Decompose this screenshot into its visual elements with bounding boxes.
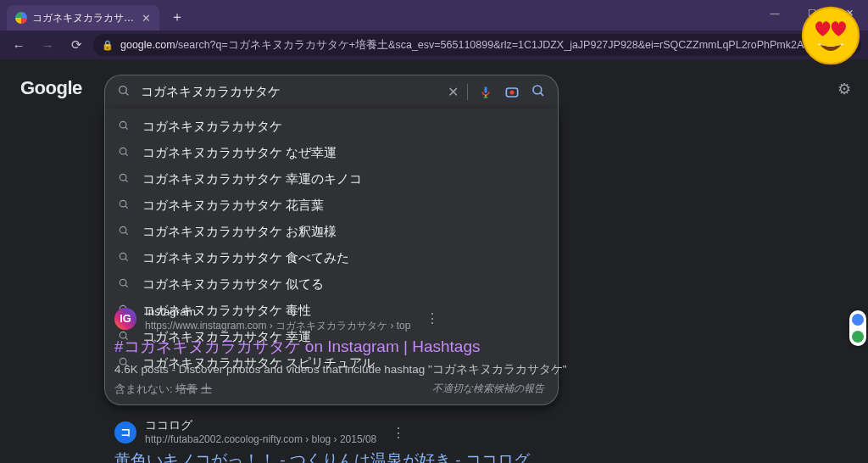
search-icon	[117, 251, 131, 265]
search-icon	[117, 225, 131, 239]
address-bar[interactable]: 🔒 google.com/search?q=コガネキヌカラカサタケ+培養土&sc…	[93, 34, 861, 56]
suggestion-text: コガネキヌカラカサタケ なぜ幸運	[142, 145, 337, 161]
nav-forward-button[interactable]: →	[36, 33, 59, 57]
settings-gear-icon[interactable]: ⚙	[837, 80, 851, 98]
result-url: https://www.instagram.com › コガネキヌカラカサタケ …	[145, 320, 410, 332]
result-missing-terms: 含まれない: 培養 土	[114, 382, 657, 397]
new-tab-button[interactable]: ＋	[168, 8, 186, 26]
result-title-link[interactable]: 黄色いキノコがっ！！ - つくりんは温泉が好き - ココログ	[114, 449, 657, 463]
widget-button-1[interactable]	[852, 314, 864, 326]
tab-favicon	[15, 12, 27, 24]
suggestion-text: コガネキヌカラカサタケ 似てる	[142, 276, 324, 293]
svg-line-22	[125, 285, 128, 287]
result-menu-icon[interactable]: ⋮	[392, 425, 405, 441]
suggestion-text: コガネキヌカラカサタケ お釈迦様	[142, 224, 337, 240]
result-snippet: 4.6K posts - Discover photos and videos …	[114, 361, 657, 378]
nav-reload-button[interactable]: ⟳	[64, 33, 88, 57]
window-minimize-button[interactable]: —	[756, 0, 793, 25]
heart-eyes-emoji-overlay	[800, 5, 861, 66]
svg-line-12	[125, 153, 128, 156]
search-box: ✕	[104, 75, 559, 109]
search-icon	[117, 198, 131, 213]
svg-line-16	[125, 206, 128, 209]
tab-close-icon[interactable]: ✕	[142, 12, 151, 25]
suggestion-text: コガネキヌカラカサタケ 食べてみた	[142, 250, 349, 266]
suggestion-text: コガネキヌカラカサタケ	[142, 119, 282, 135]
voice-search-icon[interactable]	[478, 85, 493, 100]
address-url: google.com/search?q=コガネキヌカラカサタケ+培養土&sca_…	[120, 38, 820, 53]
browser-tab[interactable]: コガネキヌカラカサタケ 培養土 - Go… ✕	[7, 5, 159, 31]
search-icon	[117, 146, 131, 160]
result-favicon: IG	[114, 308, 136, 330]
tab-title: コガネキヌカラカサタケ 培養土 - Go…	[32, 11, 136, 25]
widget-button-2[interactable]	[852, 331, 864, 343]
clear-icon[interactable]: ✕	[448, 84, 468, 100]
search-button-icon[interactable]	[531, 83, 546, 101]
svg-point-7	[533, 86, 542, 94]
side-floating-widget	[849, 310, 866, 346]
suggestion-item[interactable]: コガネキヌカラカサタケ なぜ幸運	[105, 140, 558, 166]
svg-point-0	[119, 86, 126, 94]
svg-line-20	[125, 259, 128, 261]
browser-toolbar: ← → ⟳ 🔒 google.com/search?q=コガネキヌカラカサタケ+…	[0, 31, 868, 59]
search-result: IGInstagramhttps://www.instagram.com › コ…	[114, 305, 657, 397]
suggestion-item[interactable]: コガネキヌカラカサタケ お釈迦様	[105, 219, 558, 245]
suggestion-item[interactable]: コガネキヌカラカサタケ 似てる	[105, 271, 558, 298]
svg-point-11	[120, 148, 126, 154]
svg-point-9	[120, 121, 126, 128]
search-icon	[117, 172, 131, 187]
search-result: コココログhttp://futaba2002.cocolog-nifty.com…	[114, 419, 657, 463]
google-logo[interactable]: Google	[20, 77, 82, 99]
result-title-link[interactable]: #コガネキヌカラカサタケ on Instagram | Hashtags	[114, 336, 657, 358]
suggestion-item[interactable]: コガネキヌカラカサタケ	[105, 114, 558, 140]
suggestion-item[interactable]: コガネキヌカラカサタケ 幸運のキノコ	[105, 166, 558, 192]
svg-line-8	[540, 92, 543, 96]
svg-line-1	[125, 92, 128, 95]
svg-line-18	[125, 232, 128, 235]
lock-icon: 🔒	[102, 40, 114, 51]
result-favicon: コ	[114, 421, 136, 443]
svg-point-15	[120, 200, 126, 207]
svg-rect-2	[484, 86, 487, 93]
suggestion-text: コガネキヌカラカサタケ 花言葉	[142, 198, 324, 214]
nav-back-button[interactable]: ←	[7, 33, 31, 57]
svg-point-13	[120, 174, 126, 181]
search-icon	[117, 277, 131, 292]
svg-line-10	[125, 127, 128, 130]
result-url: http://futaba2002.cocolog-nifty.com › bl…	[145, 433, 376, 446]
lens-search-icon[interactable]	[504, 84, 520, 101]
search-results: IGInstagramhttps://www.instagram.com › コ…	[114, 305, 657, 463]
svg-point-29	[803, 8, 859, 64]
search-input[interactable]	[141, 85, 437, 99]
browser-titlebar: コガネキヌカラカサタケ 培養土 - Go… ✕ ＋ — ☐ ✕	[0, 0, 868, 31]
svg-point-21	[120, 279, 126, 286]
result-site: Instagram	[145, 305, 410, 320]
search-icon	[117, 84, 131, 100]
svg-point-17	[120, 226, 126, 233]
suggestion-text: コガネキヌカラカサタケ 幸運のキノコ	[142, 171, 362, 187]
google-page: Google ✕ コガネキヌカラカサタケコガネキヌカラカサタケ なぜ幸運コガネキ…	[0, 59, 868, 463]
result-site: ココログ	[145, 419, 376, 433]
result-menu-icon[interactable]: ⋮	[426, 310, 439, 326]
svg-point-19	[120, 253, 126, 259]
search-icon	[117, 120, 131, 134]
svg-point-6	[509, 90, 514, 94]
suggestion-item[interactable]: コガネキヌカラカサタケ 食べてみた	[105, 245, 558, 271]
suggestion-item[interactable]: コガネキヌカラカサタケ 花言葉	[105, 192, 558, 219]
svg-line-14	[125, 180, 128, 182]
